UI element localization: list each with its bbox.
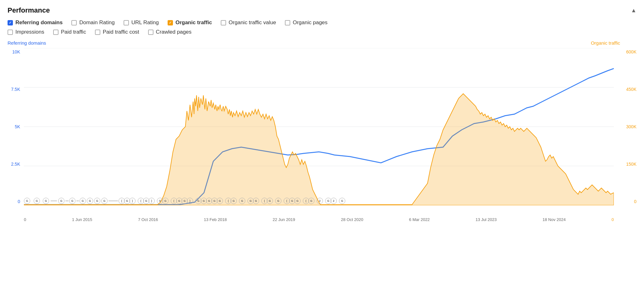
google-icon-26: G [217, 198, 223, 204]
y-right-300k: 300K [618, 124, 636, 129]
x-label-mar2022: 6 Mar 2022 [409, 217, 430, 222]
chart-wrapper: 10K 7.5K 5K 2.5K 0 600K 450K 300K 150K 0 [8, 48, 636, 205]
checkbox-label-organic-traffic: Organic traffic [175, 19, 212, 26]
checkbox-crawled-pages[interactable]: Crawled pages [148, 29, 192, 35]
checkbox-url-rating[interactable]: URL Rating [124, 19, 159, 26]
checkbox-input-paid-traffic-cost[interactable] [95, 30, 100, 35]
checkbox-input-crawled-pages[interactable] [148, 30, 153, 35]
checkbox-paid-traffic-cost[interactable]: Paid traffic cost [95, 29, 139, 35]
y-left-7k5: 7.5K [8, 87, 20, 92]
google-icon-33: G [267, 198, 273, 204]
checkbox-input-organic-traffic[interactable] [168, 20, 173, 25]
left-axis-label: Referring domains [8, 40, 46, 46]
x-label-nov2024: 18 Nov 2024 [542, 217, 566, 222]
checkbox-paid-traffic[interactable]: Paid traffic [53, 29, 86, 35]
google-icon-5: G [69, 198, 75, 204]
checkbox-label-referring-domains: Referring domains [15, 19, 63, 26]
checkbox-label-paid-traffic-cost: Paid traffic cost [103, 29, 139, 35]
checkboxes-row-1: Referring domains Domain Rating URL Rati… [8, 19, 636, 26]
google-icon-3: G [43, 198, 49, 204]
y-right-150k: 150K [618, 162, 636, 167]
google-icon-12: ) [129, 198, 136, 204]
y-right-450k: 450K [618, 87, 636, 92]
x-label-jul2023: 13 Jul 2023 [475, 217, 497, 222]
google-icon-2: G [34, 198, 40, 204]
google-icon-43: G [339, 198, 345, 204]
google-icon-17: G [162, 198, 169, 204]
chart-svg-container: G G G G G G G G G ( G ) [24, 48, 614, 205]
y-left-0: 0 [8, 199, 20, 204]
checkboxes-row-2: Impressions Paid traffic Paid traffic co… [8, 29, 636, 35]
x-label-0-right: 0 [612, 217, 614, 222]
google-icon-9: G [101, 198, 108, 204]
x-label-oct2016: 7 Oct 2016 [138, 217, 158, 222]
checkbox-label-impressions: Impressions [15, 29, 44, 35]
checkbox-domain-rating[interactable]: Domain Rating [71, 19, 114, 26]
panel-title: Performance [8, 6, 50, 14]
google-icon-1: G [24, 198, 30, 204]
chart-area: Referring domains Organic traffic 10K 7.… [8, 38, 636, 222]
google-icon-8: G [94, 198, 100, 204]
checkbox-label-url-rating: URL Rating [131, 19, 159, 26]
google-icon-34: G [275, 198, 281, 204]
checkbox-organic-traffic[interactable]: Organic traffic [168, 19, 212, 26]
checkbox-input-referring-domains[interactable] [8, 20, 13, 25]
y-right-600k: 600K [618, 49, 636, 54]
checkbox-input-domain-rating[interactable] [71, 20, 77, 25]
checkbox-impressions[interactable]: Impressions [8, 29, 44, 35]
right-axis-label: Organic traffic [591, 40, 620, 46]
google-icon-29: G [239, 198, 245, 204]
checkbox-organic-pages[interactable]: Organic pages [285, 19, 328, 26]
y-right-0: 0 [618, 199, 636, 204]
x-label-jun2019: 22 Jun 2019 [273, 217, 295, 222]
checkbox-label-domain-rating: Domain Rating [79, 19, 114, 26]
google-icon-28: G [230, 198, 237, 204]
google-icon-15: ) [148, 198, 155, 204]
x-label-jun2015: 1 Jun 2015 [72, 217, 92, 222]
x-label-feb2018: 13 Feb 2018 [204, 217, 227, 222]
panel-header: Performance ▲ [8, 6, 636, 14]
checkbox-input-url-rating[interactable] [124, 20, 129, 25]
y-left-10k: 10K [8, 49, 20, 54]
x-label-oct2020: 28 Oct 2020 [341, 217, 363, 222]
checkbox-input-impressions[interactable] [8, 30, 13, 35]
checkbox-label-organic-pages: Organic pages [293, 19, 328, 26]
performance-panel: Performance ▲ Referring domains Domain R… [0, 0, 644, 282]
checkbox-label-organic-traffic-value: Organic traffic value [229, 19, 276, 26]
y-axis-left: 10K 7.5K 5K 2.5K 0 [8, 48, 20, 205]
chart-svg [24, 48, 614, 205]
google-icon-31: G [253, 198, 259, 204]
checkbox-referring-domains[interactable]: Referring domains [8, 19, 63, 26]
collapse-button[interactable]: ▲ [631, 7, 636, 14]
orange-area-organic-traffic [24, 94, 614, 205]
google-icon-4: G [58, 198, 64, 204]
checkbox-organic-traffic-value[interactable]: Organic traffic value [221, 19, 276, 26]
x-label-0: 0 [24, 217, 26, 222]
checkbox-input-organic-pages[interactable] [285, 20, 290, 25]
checkbox-label-paid-traffic: Paid traffic [61, 29, 86, 35]
y-left-5k: 5K [8, 124, 20, 129]
google-icon-21: ) [187, 198, 193, 204]
google-icon-42: 2 [330, 198, 337, 204]
y-axis-right: 600K 450K 300K 150K 0 [618, 48, 636, 205]
google-icon-37: G [294, 198, 301, 204]
checkbox-label-crawled-pages: Crawled pages [156, 29, 192, 35]
checkbox-input-paid-traffic[interactable] [53, 30, 58, 35]
google-icon-7: G [87, 198, 93, 204]
y-left-2k5: 2.5K [8, 162, 20, 167]
google-icon-6: G [80, 198, 86, 204]
checkbox-input-organic-traffic-value[interactable] [221, 20, 226, 25]
google-icon-39: G [308, 198, 314, 204]
google-icon-40: 2 [317, 198, 323, 204]
